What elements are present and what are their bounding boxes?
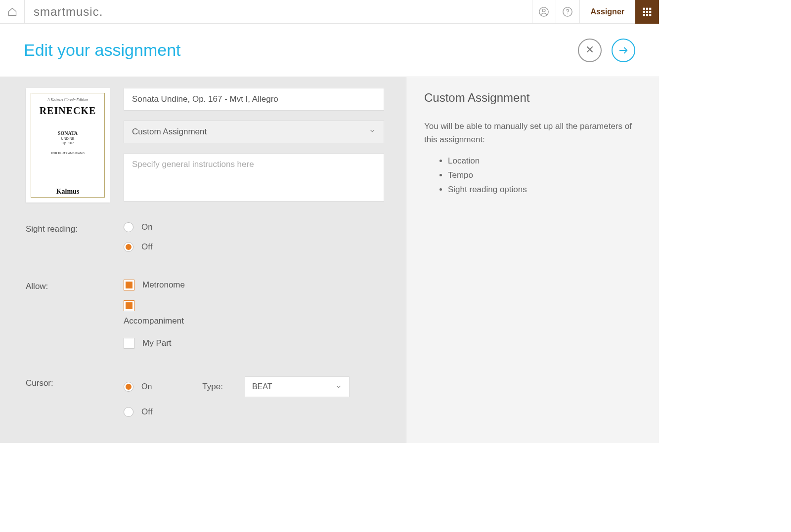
cursor-section: Cursor: On Type: BEAT Off	[26, 376, 384, 417]
assignment-title-input[interactable]	[124, 88, 384, 111]
sight-reading-label: Sight reading:	[26, 222, 124, 262]
assignment-type-select[interactable]: Custom Assignment	[124, 121, 384, 143]
cursor-controls: On Type: BEAT Off	[124, 376, 384, 417]
topbar: smartmusic. Assigner	[0, 0, 659, 24]
right-panel: Custom Assignment You will be able to ma…	[406, 77, 659, 443]
account-button[interactable]	[532, 0, 556, 24]
svg-rect-8	[646, 10, 648, 12]
svg-rect-5	[646, 7, 648, 9]
arrow-right-icon	[618, 45, 629, 56]
allow-metronome-label: Metronome	[142, 280, 185, 290]
sight-reading-off-row: Off	[124, 242, 384, 252]
svg-rect-9	[649, 10, 651, 12]
right-heading: Custom Assignment	[424, 91, 641, 105]
cursor-type-select[interactable]: BEAT	[245, 376, 350, 397]
page-title: Edit your assignment	[24, 41, 568, 60]
main: A Kalmus Classic Edition REINECKE SONATA…	[0, 77, 659, 443]
svg-rect-12	[649, 14, 651, 16]
cursor-off-row: Off	[124, 407, 384, 417]
cursor-off-radio[interactable]	[124, 407, 133, 417]
allow-mypart-checkbox[interactable]	[124, 338, 134, 349]
list-item: Tempo	[448, 168, 641, 183]
next-button[interactable]	[612, 39, 635, 62]
allow-section: Allow: Metronome Accompaniment My Part	[26, 280, 384, 359]
left-panel: A Kalmus Classic Edition REINECKE SONATA…	[0, 77, 406, 443]
cursor-on-radio[interactable]	[124, 382, 133, 392]
cursor-type-value: BEAT	[252, 382, 272, 391]
brand-logo: smartmusic.	[25, 5, 532, 19]
score-cover: A Kalmus Classic Edition REINECKE SONATA…	[26, 88, 110, 203]
assignment-type-value: Custom Assignment	[132, 127, 207, 137]
allow-metronome-checkbox[interactable]	[124, 280, 134, 290]
list-item: Location	[448, 154, 641, 168]
instructions-textarea[interactable]	[124, 153, 384, 202]
sight-reading-off-label: Off	[141, 242, 152, 252]
sight-reading-controls: On Off	[124, 222, 384, 262]
home-icon	[7, 7, 17, 17]
svg-point-3	[567, 13, 568, 14]
subheader: Edit your assignment	[0, 24, 659, 77]
list-item: Sight reading options	[448, 183, 641, 197]
cover-publisher: Kalmus	[56, 188, 80, 196]
home-button[interactable]	[0, 0, 25, 24]
user-icon	[538, 6, 549, 17]
assignment-top-row: A Kalmus Classic Edition REINECKE SONATA…	[26, 88, 384, 203]
apps-menu-button[interactable]	[635, 0, 659, 24]
allow-label: Allow:	[26, 280, 124, 359]
allow-metronome-row: Metronome	[124, 280, 384, 290]
close-icon	[585, 44, 595, 56]
svg-rect-4	[643, 7, 645, 9]
cursor-off-label: Off	[141, 407, 152, 417]
allow-mypart-row: My Part	[124, 338, 384, 349]
cover-border	[31, 93, 105, 198]
right-description: You will be able to manually set up all …	[424, 120, 641, 146]
allow-accompaniment-label: Accompaniment	[124, 316, 384, 326]
chevron-down-icon	[369, 127, 376, 137]
svg-rect-7	[643, 10, 645, 12]
right-parameters-list: Location Tempo Sight reading options	[424, 154, 641, 197]
close-button[interactable]	[578, 39, 602, 62]
sight-reading-on-label: On	[141, 222, 153, 232]
cursor-on-label: On	[141, 382, 152, 391]
cursor-on-row: On Type: BEAT	[124, 376, 384, 397]
help-button[interactable]	[556, 0, 579, 24]
sight-reading-off-radio[interactable]	[124, 242, 133, 252]
sight-reading-on-row: On	[124, 222, 384, 232]
allow-controls: Metronome Accompaniment My Part	[124, 280, 384, 359]
svg-rect-10	[643, 14, 645, 16]
svg-rect-6	[649, 7, 651, 9]
assignment-fields: Custom Assignment	[124, 88, 384, 203]
sight-reading-on-radio[interactable]	[124, 222, 133, 232]
svg-rect-11	[646, 14, 648, 16]
cursor-label: Cursor:	[26, 376, 124, 417]
sight-reading-section: Sight reading: On Off	[26, 222, 384, 262]
chevron-down-icon	[335, 383, 342, 390]
apps-grid-icon	[642, 7, 652, 17]
allow-accompaniment-checkbox[interactable]	[124, 300, 134, 311]
svg-point-1	[542, 9, 545, 12]
role-label[interactable]: Assigner	[579, 0, 635, 24]
help-icon	[562, 6, 573, 17]
cursor-type-label: Type:	[202, 382, 223, 392]
allow-accompaniment-row	[124, 300, 384, 311]
allow-mypart-label: My Part	[142, 338, 172, 348]
